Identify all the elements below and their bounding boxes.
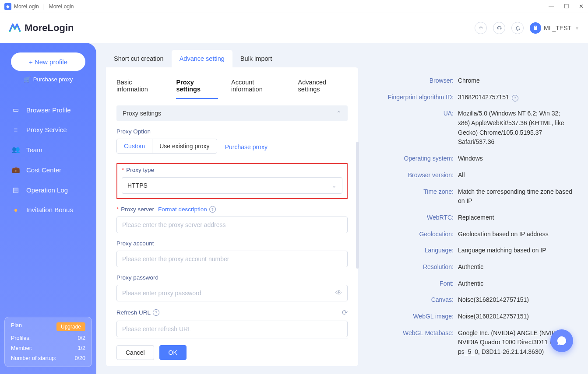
subtab-account-information[interactable]: Account information — [231, 75, 285, 99]
refresh-url-label: Refresh URL ? — [116, 309, 159, 316]
user-name-label: ML_TEST — [544, 24, 571, 31]
proxy-account-label: Proxy account — [116, 240, 348, 247]
app-header: MoreLogin ML_TEST ▼ — [0, 13, 588, 43]
plan-row-value: 1/2 — [78, 345, 85, 351]
info-row: UA:Mozilla/5.0 (Windows NT 6.2; Win 32; … — [370, 109, 572, 147]
info-label: Time zone: — [370, 187, 458, 206]
headset-icon[interactable] — [493, 22, 505, 34]
info-value: Authentic — [458, 279, 483, 289]
info-row: Language:Language matching based on IP — [370, 246, 572, 255]
window-close-button[interactable]: ✕ — [579, 3, 584, 10]
svg-rect-0 — [534, 26, 537, 30]
help-icon[interactable]: ? — [153, 309, 159, 316]
info-value: Noise(316820142757151) — [458, 295, 529, 305]
titlebar-app-name-2: MoreLogin — [49, 3, 74, 10]
info-value: Geolocation based on IP address — [458, 230, 549, 239]
brand-logo-icon — [9, 23, 21, 33]
option-custom-button[interactable]: Custom — [117, 139, 152, 153]
sidebar-item-cost-center[interactable]: 💼Cost Center — [4, 160, 92, 179]
section-header-proxy-settings[interactable]: Proxy settings ⌃ — [116, 105, 348, 121]
info-label: Browser version: — [370, 171, 458, 180]
bell-icon[interactable] — [511, 22, 524, 34]
purchase-proxy-label: Purchase proxy — [33, 76, 73, 83]
eye-off-icon[interactable]: 👁 — [335, 289, 342, 297]
scrollbar[interactable] — [356, 142, 359, 269]
info-label: Operating system: — [370, 154, 458, 164]
proxy-server-input[interactable] — [116, 217, 348, 233]
browser-icon: ▭ — [12, 106, 19, 114]
main-content: Short cut creation Advance setting Bulk … — [96, 43, 588, 374]
chevron-up-icon: ⌃ — [336, 110, 342, 117]
format-description-link[interactable]: Format description — [158, 206, 207, 213]
window-minimize-button[interactable]: — — [549, 3, 554, 10]
proxy-password-input[interactable] — [116, 285, 348, 301]
info-row: Time zone:Match the corresponding time z… — [370, 187, 572, 206]
tab-advance-setting[interactable]: Advance setting — [172, 50, 232, 67]
info-row: Browser version:All — [370, 171, 572, 180]
info-row: Operating system:Windows — [370, 154, 572, 164]
proxy-account-input[interactable] — [116, 251, 348, 267]
cancel-button[interactable]: Cancel — [116, 345, 154, 360]
upgrade-button[interactable]: Upgrade — [56, 322, 85, 331]
info-label: Fingerprint algorithm ID: — [370, 93, 458, 102]
log-icon: ▤ — [12, 186, 19, 194]
window-maximize-button[interactable]: ☐ — [564, 3, 569, 10]
info-label: UA: — [370, 109, 458, 147]
help-icon[interactable]: ? — [512, 95, 518, 101]
proxy-password-label: Proxy password — [116, 274, 348, 281]
info-value: Authentic — [458, 262, 483, 272]
sidebar-item-label: Invitation Bonus — [26, 206, 73, 213]
plan-row-label: Number of startup: — [11, 355, 56, 361]
tab-shortcut-creation[interactable]: Short cut creation — [106, 50, 172, 67]
proxy-option-label: Proxy Option — [116, 128, 348, 135]
info-panel: Browser:ChromeFingerprint algorithm ID:3… — [366, 67, 578, 366]
info-row: Resolution:Authentic — [370, 262, 572, 272]
section-title: Proxy settings — [123, 110, 161, 117]
coin-icon: ● — [12, 206, 19, 213]
info-label: Geolocation: — [370, 230, 458, 239]
help-icon[interactable]: ? — [209, 206, 216, 213]
info-row: Font:Authentic — [370, 279, 572, 289]
plan-row-value: 0/2 — [78, 335, 85, 341]
subtab-advanced-settings[interactable]: Advanced settings — [298, 75, 348, 99]
sidebar-item-proxy-service[interactable]: ≡Proxy Service — [4, 120, 92, 139]
subtab-basic-information[interactable]: Basic information — [116, 75, 163, 99]
info-label: Browser: — [370, 76, 458, 86]
ok-button[interactable]: OK — [159, 345, 187, 360]
svg-rect-1 — [535, 27, 536, 27]
new-profile-button[interactable]: + New profile — [11, 52, 85, 71]
sidebar-item-operation-log[interactable]: ▤Operation Log — [4, 180, 92, 199]
titlebar-separator: | — [43, 3, 45, 10]
info-row: Canvas:Noise(316820142757151) — [370, 295, 572, 305]
plan-row-label: Member: — [11, 345, 32, 351]
sidebar-item-invitation-bonus[interactable]: ●Invitation Bonus — [4, 200, 92, 219]
refresh-icon[interactable]: ⟳ — [342, 308, 348, 317]
sub-tabs: Basic information Proxy settings Account… — [116, 75, 348, 99]
info-row: WebRTC:Replacement — [370, 213, 572, 223]
briefcase-icon: 💼 — [12, 166, 19, 174]
sidebar-nav: ▭Browser Profile ≡Proxy Service 👥Team 💼C… — [4, 100, 92, 219]
info-value: Chrome — [458, 76, 480, 86]
info-row: Browser:Chrome — [370, 76, 572, 86]
server-icon: ≡ — [12, 126, 19, 133]
tab-bulk-import[interactable]: Bulk import — [232, 50, 280, 67]
user-menu[interactable]: ML_TEST ▼ — [530, 22, 579, 34]
avatar-icon — [530, 22, 541, 34]
option-existing-button[interactable]: Use existing proxy — [152, 139, 216, 153]
purchase-proxy-link-inline[interactable]: Purchase proxy — [225, 143, 268, 150]
proxy-type-select[interactable]: HTTPS ⌄ — [122, 177, 342, 194]
sidebar-item-team[interactable]: 👥Team — [4, 140, 92, 159]
purchase-proxy-link[interactable]: 🛒 Purchase proxy — [4, 76, 92, 83]
upload-icon[interactable] — [475, 22, 487, 34]
chat-fab[interactable] — [550, 329, 573, 352]
sidebar-item-label: Browser Profile — [26, 106, 71, 114]
info-label: WebRTC: — [370, 213, 458, 223]
sidebar-item-browser-profile[interactable]: ▭Browser Profile — [4, 100, 92, 119]
brand-text: MoreLogin — [25, 22, 74, 34]
plan-row-value: 0/20 — [75, 355, 85, 361]
info-value: Match the corresponding time zone based … — [458, 187, 572, 206]
form-footer: Cancel OK — [116, 339, 348, 366]
subtab-proxy-settings[interactable]: Proxy settings — [176, 75, 218, 99]
window-titlebar: ◆ MoreLogin | MoreLogin — ☐ ✕ — [0, 0, 588, 13]
refresh-url-input[interactable] — [116, 321, 348, 337]
